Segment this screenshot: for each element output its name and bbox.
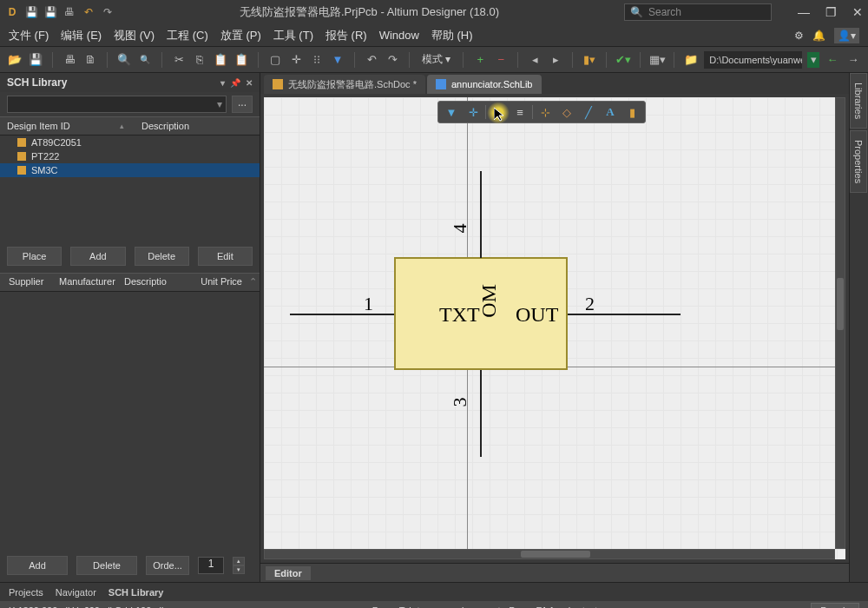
menu-help[interactable]: 帮助 (H) <box>431 28 473 43</box>
qty-spinner[interactable]: ▴▾ <box>233 557 245 574</box>
preview-icon[interactable]: 🗎 <box>82 52 98 68</box>
tab-properties[interactable]: Properties <box>850 130 867 193</box>
path-dropdown-icon[interactable]: ▾ <box>807 52 819 68</box>
list-item[interactable]: SM3C <box>0 163 260 177</box>
undo-icon[interactable]: ↶ <box>82 5 95 19</box>
select-icon[interactable]: ▢ <box>267 52 283 68</box>
order-qty-input[interactable]: 1 <box>198 557 224 574</box>
pin-1[interactable] <box>290 314 394 315</box>
filter-menu-button[interactable]: ... <box>232 96 253 113</box>
col-desc[interactable]: Description <box>141 121 189 131</box>
menu-edit[interactable]: 编辑 (E) <box>61 28 102 43</box>
shape-tool-icon[interactable]: ◇ <box>557 103 576 121</box>
horizontal-scrollbar[interactable] <box>264 549 835 559</box>
spinner-down-icon[interactable]: ▾ <box>233 565 245 574</box>
prev-icon[interactable]: ◂ <box>527 52 542 68</box>
delete2-button[interactable]: Delete <box>76 556 137 575</box>
settings-gear-icon[interactable]: ⚙ <box>794 30 804 42</box>
filter-icon[interactable]: ▼ <box>442 103 461 121</box>
editor-tab[interactable]: Editor <box>266 566 311 580</box>
add2-button[interactable]: Add <box>7 556 68 575</box>
panel-close-icon[interactable]: ✕ <box>246 78 253 88</box>
col-manufacturer[interactable]: Manufacturer <box>56 274 121 291</box>
paste-icon[interactable]: 📋 <box>213 52 228 68</box>
text-tool-icon[interactable]: A <box>601 103 620 121</box>
move-icon[interactable]: ✛ <box>288 52 304 68</box>
list-item[interactable]: PT222 <box>0 149 260 163</box>
edit-button[interactable]: Edit <box>198 247 253 266</box>
maximize-icon[interactable]: ❐ <box>825 5 837 19</box>
menu-project[interactable]: 工程 (C) <box>167 28 208 43</box>
save-icon[interactable]: 💾 <box>28 52 43 68</box>
save-icon[interactable]: 💾 <box>24 5 38 19</box>
col-supplier[interactable]: Supplier <box>5 274 56 291</box>
filter-dropdown[interactable]: ▾ <box>7 96 227 113</box>
zoom-out-icon[interactable]: 🔍 <box>137 52 153 68</box>
minimize-icon[interactable]: — <box>798 5 810 19</box>
tab-schlib[interactable]: annunciator.SchLib <box>427 75 542 94</box>
snap-icon[interactable]: ⁝⁝ <box>309 52 325 68</box>
menu-report[interactable]: 报告 (R) <box>326 28 367 43</box>
zoom-in-icon[interactable]: 🔍 <box>116 52 132 68</box>
menu-window[interactable]: Window <box>379 29 419 42</box>
vertical-scrollbar[interactable] <box>835 97 845 549</box>
tab-schdoc[interactable]: 无线防盗报警器电路.SchDoc * <box>264 75 425 94</box>
paste-special-icon[interactable]: 📋 <box>233 52 249 68</box>
close-icon[interactable]: ✕ <box>852 5 863 19</box>
notification-bell-icon[interactable]: 🔔 <box>812 30 825 42</box>
menu-view[interactable]: 视图 (V) <box>114 28 155 43</box>
menu-file[interactable]: 文件 (F) <box>9 28 49 43</box>
snap-tool-icon[interactable]: ⊹ <box>536 103 555 121</box>
user-avatar-icon[interactable]: 👤▾ <box>834 28 859 43</box>
nav-back-icon[interactable]: ← <box>825 52 840 68</box>
open-icon[interactable]: 📂 <box>7 52 23 68</box>
tab-projects[interactable]: Projects <box>9 587 43 598</box>
delete-button[interactable]: Delete <box>135 247 189 266</box>
menu-tools[interactable]: 工具 (T) <box>273 28 313 43</box>
panel-menu-icon[interactable]: ▾ <box>220 78 225 88</box>
nav-fwd-icon[interactable]: → <box>845 52 861 68</box>
tab-sch-library[interactable]: SCH Library <box>108 587 164 598</box>
list-item[interactable]: AT89C2051 <box>0 135 260 149</box>
redo-toolbar-icon[interactable]: ↷ <box>385 52 400 68</box>
align-icon[interactable]: ▮▾ <box>582 52 597 68</box>
save-all-icon[interactable]: 💾 <box>43 5 57 19</box>
next-icon[interactable]: ▸ <box>548 52 563 68</box>
print-icon[interactable]: 🖶 <box>62 52 77 68</box>
folder-icon[interactable]: 📁 <box>683 52 699 68</box>
supplier-header[interactable]: Supplier Manufacturer Descriptio Unit Pr… <box>0 273 260 292</box>
pin-icon[interactable]: 📌 <box>230 78 240 88</box>
add-button[interactable]: Add <box>70 247 125 266</box>
remove-icon[interactable]: − <box>493 52 509 68</box>
filter-icon[interactable]: ▼ <box>330 52 345 68</box>
cut-icon[interactable]: ✂ <box>171 52 187 68</box>
tab-libraries[interactable]: Libraries <box>850 73 867 129</box>
grid-icon[interactable]: ▦▾ <box>649 52 665 68</box>
spinner-up-icon[interactable]: ▴ <box>233 557 245 565</box>
path-input[interactable]: D:\Documents\yuanwenjian\ch1 <box>704 51 802 69</box>
undo-toolbar-icon[interactable]: ↶ <box>364 52 379 68</box>
align-tool-icon[interactable]: ≡ <box>510 103 529 121</box>
move-tool-icon[interactable]: ✛ <box>464 103 483 121</box>
schematic-canvas[interactable]: TXT OM OUT 1 2 3 4 ▼ ✛ ▭ ≡ ⊹ ◇ ╱ <box>264 97 845 559</box>
tab-navigator[interactable]: Navigator <box>56 587 96 598</box>
menu-place[interactable]: 放置 (P) <box>220 28 261 43</box>
col-id[interactable]: Design Item ID <box>7 121 102 131</box>
check-icon[interactable]: ✔▾ <box>615 52 631 68</box>
component-list-header[interactable]: Design Item ID ▴ Description <box>0 116 260 135</box>
pin-3[interactable] <box>480 370 482 457</box>
redo-icon[interactable]: ↷ <box>101 5 115 19</box>
col-description[interactable]: Descriptio <box>121 274 173 291</box>
search-input[interactable]: 🔍Search <box>624 3 772 21</box>
print-icon[interactable]: 🖶 <box>62 5 76 19</box>
line-tool-icon[interactable]: ╱ <box>579 103 598 121</box>
panels-button[interactable]: Panels <box>811 603 859 608</box>
place-button[interactable]: Place <box>7 247 62 266</box>
component-tool-icon[interactable]: ▮ <box>622 103 641 121</box>
pin-4[interactable] <box>480 171 482 258</box>
order-button[interactable]: Orde... <box>146 556 189 575</box>
add-icon[interactable]: + <box>472 52 488 68</box>
col-unit-price[interactable]: Unit Price <box>173 274 246 291</box>
copy-icon[interactable]: ⎘ <box>192 52 207 68</box>
mode-dropdown[interactable]: 模式 ▾ <box>418 52 454 67</box>
